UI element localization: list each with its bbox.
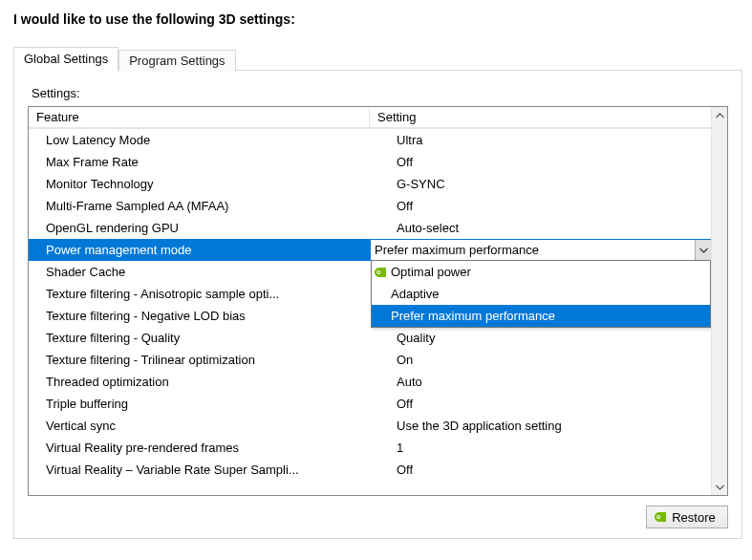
settings-label: Settings:: [32, 86, 728, 100]
scroll-up-button[interactable]: [712, 107, 728, 123]
feature-cell: Vertical sync: [29, 415, 370, 437]
table-row[interactable]: Monitor TechnologyG-SYNC: [29, 173, 711, 195]
dropdown-option[interactable]: Prefer maximum performance: [372, 305, 710, 327]
feature-cell: Shader Cache: [29, 261, 370, 283]
feature-cell: Threaded optimization: [29, 371, 370, 393]
vertical-scrollbar[interactable]: [711, 107, 727, 495]
table-header-row: Feature Setting: [29, 107, 711, 127]
feature-cell: Power management mode: [29, 239, 370, 261]
setting-cell[interactable]: 1: [370, 437, 711, 459]
table-row[interactable]: Texture filtering - Trilinear optimizati…: [29, 349, 711, 371]
restore-button[interactable]: Restore: [646, 506, 728, 528]
table-row[interactable]: OpenGL rendering GPUAuto-select: [29, 217, 711, 239]
dropdown-option[interactable]: Optimal power: [372, 261, 710, 283]
setting-cell[interactable]: Use the 3D application setting: [370, 415, 711, 437]
feature-cell: Texture filtering - Anisotropic sample o…: [29, 283, 370, 305]
table-row[interactable]: Threaded optimizationAuto: [29, 371, 711, 393]
settings-panel: Settings: Feature Setting: [13, 70, 742, 539]
combobox-value: Prefer maximum performance: [371, 243, 695, 257]
feature-cell: Texture filtering - Negative LOD bias: [29, 305, 370, 327]
table-row[interactable]: Triple bufferingOff: [29, 393, 711, 415]
table-row[interactable]: Max Frame RateOff: [29, 151, 711, 173]
setting-cell[interactable]: On: [370, 349, 711, 371]
tab-strip: Global Settings Program Settings: [13, 46, 742, 70]
tab-program-settings[interactable]: Program Settings: [118, 50, 235, 72]
power-mode-combobox[interactable]: Prefer maximum performanceOptimal powerA…: [370, 239, 711, 261]
dropdown-option[interactable]: Adaptive: [372, 283, 710, 305]
feature-cell: Monitor Technology: [29, 173, 370, 195]
column-header-setting[interactable]: Setting: [370, 107, 711, 127]
feature-cell: Multi-Frame Sampled AA (MFAA): [29, 195, 370, 217]
dropdown-option-label: Optimal power: [391, 265, 471, 279]
setting-cell[interactable]: Quality: [370, 327, 711, 349]
setting-cell[interactable]: Off: [370, 393, 711, 415]
tab-global-settings[interactable]: Global Settings: [13, 47, 118, 71]
setting-cell[interactable]: Off: [370, 459, 711, 481]
table-row[interactable]: Multi-Frame Sampled AA (MFAA)Off: [29, 195, 711, 217]
svg-point-3: [657, 516, 659, 518]
feature-cell: Texture filtering - Quality: [29, 327, 370, 349]
feature-cell: OpenGL rendering GPU: [29, 217, 370, 239]
feature-cell: Low Latency Mode: [29, 129, 370, 151]
settings-grid: Feature Setting Low Latency ModeUltraMax…: [29, 107, 711, 481]
dropdown-option-label: Prefer maximum performance: [391, 309, 555, 323]
feature-cell: Virtual Reality – Variable Rate Super Sa…: [29, 459, 370, 481]
page-title: I would like to use the following 3D set…: [13, 11, 742, 27]
setting-cell[interactable]: Auto-select: [370, 217, 711, 239]
table-row[interactable]: Vertical syncUse the 3D application sett…: [29, 415, 711, 437]
feature-cell: Max Frame Rate: [29, 151, 370, 173]
table-row[interactable]: Virtual Reality pre-rendered frames1: [29, 437, 711, 459]
setting-cell[interactable]: G-SYNC: [370, 173, 711, 195]
setting-cell[interactable]: Prefer maximum performanceOptimal powerA…: [370, 239, 711, 261]
settings-table: Feature Setting Low Latency ModeUltraMax…: [28, 106, 728, 496]
setting-cell[interactable]: Ultra: [370, 129, 711, 151]
table-row[interactable]: Texture filtering - QualityQuality: [29, 327, 711, 349]
dropdown-option-label: Adaptive: [391, 287, 440, 301]
scroll-down-button[interactable]: [712, 479, 728, 495]
column-header-feature[interactable]: Feature: [29, 107, 370, 127]
table-row[interactable]: Low Latency ModeUltra: [29, 129, 711, 151]
combobox-dropdown-button[interactable]: [695, 240, 711, 260]
restore-button-label: Restore: [672, 510, 716, 525]
nvidia-logo-icon: [655, 512, 666, 522]
svg-point-1: [377, 270, 379, 272]
table-row[interactable]: Power management modePrefer maximum perf…: [29, 239, 711, 261]
nvidia-logo-icon: [375, 268, 386, 277]
feature-cell: Texture filtering - Trilinear optimizati…: [29, 349, 370, 371]
setting-cell[interactable]: Auto: [370, 371, 711, 393]
setting-cell[interactable]: Off: [370, 151, 711, 173]
column-header-feature-label: Feature: [36, 110, 79, 124]
power-mode-dropdown[interactable]: Optimal powerAdaptivePrefer maximum perf…: [371, 260, 711, 328]
setting-cell[interactable]: Off: [370, 195, 711, 217]
column-header-setting-label: Setting: [377, 110, 416, 124]
feature-cell: Virtual Reality pre-rendered frames: [29, 437, 370, 459]
feature-cell: Triple buffering: [29, 393, 370, 415]
table-row[interactable]: Virtual Reality – Variable Rate Super Sa…: [29, 459, 711, 481]
